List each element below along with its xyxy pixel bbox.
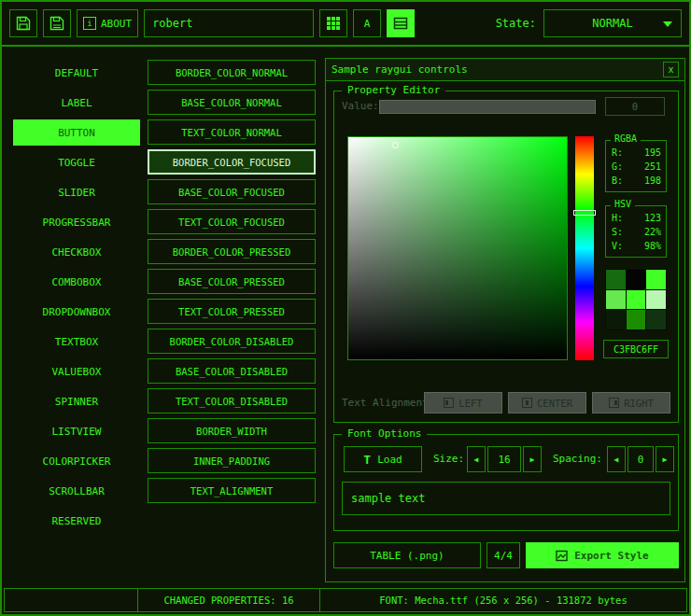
align-right-button[interactable]: RIGHT bbox=[592, 392, 670, 413]
property-item[interactable]: BORDER_COLOR_DISABLED bbox=[148, 329, 316, 354]
color-swatch[interactable] bbox=[627, 290, 646, 310]
align-center-button[interactable]: CENTER bbox=[508, 392, 586, 413]
control-type-item[interactable]: DEFAULT bbox=[13, 60, 140, 86]
control-type-item[interactable]: COMBOBOX bbox=[13, 269, 140, 295]
control-type-item[interactable]: SCROLLBAR bbox=[13, 478, 140, 504]
about-button[interactable]: i ABOUT bbox=[77, 9, 138, 37]
property-item[interactable]: BORDER_COLOR_PRESSED bbox=[148, 239, 316, 264]
color-swatch[interactable] bbox=[606, 270, 626, 289]
control-type-item[interactable]: TEXTBOX bbox=[13, 329, 140, 355]
font-icon: A bbox=[364, 18, 371, 30]
control-type-item[interactable]: COLORPICKER bbox=[13, 448, 140, 474]
hex-color-input[interactable]: C3FBC6FF bbox=[603, 340, 669, 358]
control-type-item[interactable]: DROPDOWNBOX bbox=[13, 299, 140, 325]
save-as-icon bbox=[49, 16, 64, 31]
control-type-item-selected[interactable]: BUTTON bbox=[13, 119, 140, 146]
state-selector: State: NORMAL bbox=[496, 9, 682, 37]
property-item[interactable]: BASE_COLOR_FOCUSED bbox=[148, 179, 316, 204]
chevron-down-icon bbox=[663, 21, 672, 27]
table-image-icon bbox=[393, 16, 408, 31]
property-item[interactable]: BORDER_COLOR_NORMAL bbox=[148, 60, 316, 85]
property-item[interactable]: TEXT_COLOR_NORMAL bbox=[148, 119, 316, 145]
state-dropdown[interactable]: NORMAL bbox=[543, 9, 682, 37]
font-spacing-value[interactable]: 0 bbox=[628, 446, 654, 472]
color-swatch[interactable] bbox=[646, 290, 666, 310]
right-arrow-icon: ▶ bbox=[663, 455, 668, 464]
property-item[interactable]: BASE_COLOR_PRESSED bbox=[148, 269, 316, 294]
hsv-value-row: V:98% bbox=[612, 239, 661, 253]
property-item[interactable]: BORDER_WIDTH bbox=[148, 418, 316, 443]
font-atlas-view-button[interactable]: A bbox=[353, 9, 381, 37]
hue-slider-handle[interactable] bbox=[573, 210, 596, 216]
control-type-item[interactable]: VALUEBOX bbox=[13, 358, 140, 385]
text-t-icon: T bbox=[363, 453, 371, 467]
control-type-item[interactable]: LABEL bbox=[13, 90, 140, 116]
save-style-button[interactable] bbox=[9, 9, 37, 37]
value-label: Value: bbox=[342, 100, 379, 112]
statusbar-section-empty bbox=[4, 588, 138, 612]
left-arrow-icon: ◀ bbox=[474, 455, 479, 464]
style-table-view-button[interactable] bbox=[387, 9, 415, 37]
hsv-panel-label: HSV bbox=[611, 199, 635, 209]
control-types-list: DEFAULT LABEL BUTTON TOGGLE SLIDER PROGR… bbox=[13, 60, 140, 538]
property-item[interactable]: TEXT_ALIGNMENT bbox=[148, 478, 316, 503]
status-bar: CHANGED PROPERTIES: 16 FONT: Mecha.ttf (… bbox=[4, 588, 687, 612]
property-item[interactable]: TEXT_COLOR_PRESSED bbox=[148, 299, 316, 324]
control-type-item[interactable]: SLIDER bbox=[13, 179, 140, 205]
control-type-item[interactable]: PROGRESSBAR bbox=[13, 209, 140, 235]
state-label: State: bbox=[496, 17, 536, 30]
close-button[interactable]: x bbox=[663, 62, 679, 77]
control-type-item[interactable]: RESERVED bbox=[13, 508, 140, 534]
toolbar: i ABOUT robert A State: bbox=[2, 2, 689, 47]
sample-controls-window: Sample raygui controls x Property Editor… bbox=[325, 58, 685, 582]
rgba-blue-row: B:198 bbox=[612, 174, 661, 188]
font-spacing-label: Spacing: bbox=[553, 453, 602, 465]
control-type-item[interactable]: LISTVIEW bbox=[13, 418, 140, 444]
control-type-item[interactable]: TOGGLE bbox=[13, 149, 140, 175]
text-alignment-label: Text Alignment bbox=[342, 397, 429, 409]
font-size-decrease-button[interactable]: ◀ bbox=[467, 446, 486, 472]
align-left-button[interactable]: LEFT bbox=[424, 392, 502, 413]
font-spacing-decrease-button[interactable]: ◀ bbox=[607, 446, 626, 472]
color-swatch[interactable] bbox=[627, 310, 646, 329]
property-item[interactable]: BASE_COLOR_NORMAL bbox=[148, 90, 316, 115]
save-style-as-button[interactable] bbox=[43, 9, 71, 37]
color-swatch[interactable] bbox=[627, 270, 646, 289]
sample-window-title: Sample raygui controls bbox=[331, 63, 468, 76]
color-swatch[interactable] bbox=[646, 270, 666, 289]
color-swatch[interactable] bbox=[606, 310, 626, 329]
font-load-button[interactable]: T Load bbox=[344, 446, 422, 472]
color-swatch[interactable] bbox=[646, 310, 666, 329]
property-editor-group-label: Property Editor bbox=[342, 84, 445, 96]
property-item[interactable]: BASE_COLOR_DISABLED bbox=[148, 358, 316, 384]
style-name-input[interactable]: robert bbox=[144, 9, 314, 37]
color-picker-handle[interactable] bbox=[392, 142, 399, 148]
export-format-button[interactable]: TABLE (.png) bbox=[333, 542, 481, 568]
rgba-green-row: G:251 bbox=[612, 160, 661, 174]
property-item[interactable]: TEXT_COLOR_FOCUSED bbox=[148, 209, 316, 234]
value-box[interactable]: 0 bbox=[605, 97, 665, 116]
color-picker-panel[interactable] bbox=[347, 136, 568, 360]
font-spacing-increase-button[interactable]: ▶ bbox=[656, 446, 674, 472]
control-type-item[interactable]: CHECKBOX bbox=[13, 239, 140, 265]
export-style-button[interactable]: Export Style bbox=[526, 542, 679, 568]
hue-slider[interactable] bbox=[575, 136, 594, 360]
hsv-hue-row: H:123 bbox=[612, 211, 661, 225]
font-options-group-label: Font Options bbox=[342, 427, 427, 440]
state-dropdown-value: NORMAL bbox=[592, 17, 632, 30]
sample-text-input[interactable]: sample text bbox=[342, 482, 670, 515]
property-editor-group: Property Editor Value: 0 RGBA R:195 G:25… bbox=[333, 91, 679, 423]
font-size-value[interactable]: 16 bbox=[487, 446, 521, 472]
rgba-red-row: R:195 bbox=[612, 146, 661, 160]
control-type-item[interactable]: SPINNER bbox=[13, 388, 140, 414]
color-swatch[interactable] bbox=[606, 290, 626, 310]
font-size-increase-button[interactable]: ▶ bbox=[523, 446, 542, 472]
property-item[interactable]: INNER_PADDING bbox=[148, 448, 316, 473]
controls-grid-view-button[interactable] bbox=[319, 9, 347, 37]
property-item-selected[interactable]: BORDER_COLOR_FOCUSED bbox=[148, 149, 316, 175]
grid-icon bbox=[326, 16, 341, 31]
property-item[interactable]: TEXT_COLOR_DISABLED bbox=[148, 388, 316, 413]
style-name-value: robert bbox=[152, 17, 192, 30]
hsv-panel: HSV H:123 S:22% V:98% bbox=[605, 205, 667, 258]
value-slider[interactable] bbox=[379, 100, 596, 114]
